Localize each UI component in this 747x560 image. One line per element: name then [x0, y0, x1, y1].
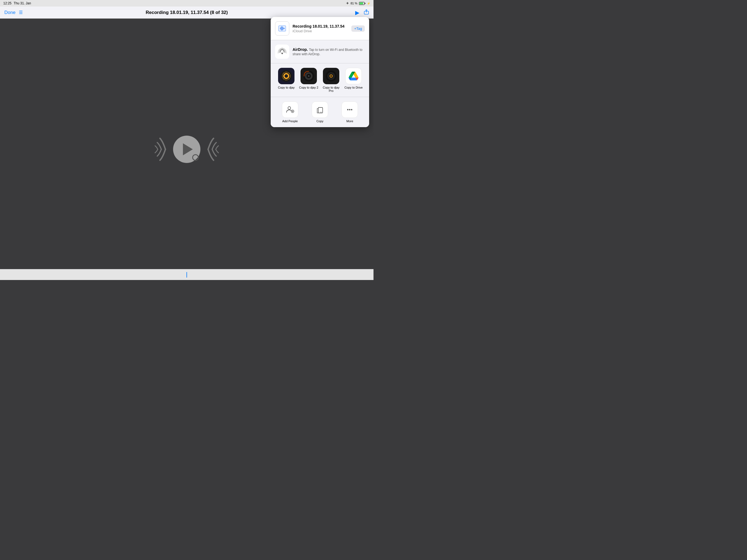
file-name: Recording 18.01.19, 11.37.54 [292, 24, 351, 28]
actions-row: Add People Copy More [271, 97, 369, 127]
svg-point-27 [349, 109, 351, 110]
add-people-label: Add People [282, 120, 298, 123]
svg-point-14 [308, 75, 310, 77]
status-time: 12:25 [3, 1, 11, 5]
copy-to-djay2-item[interactable]: Copy to djay 2 [298, 68, 319, 93]
djay-icon [278, 68, 294, 84]
battery-percent: 81 % [351, 2, 357, 5]
file-info-row: Recording 18.01.19, 11.37.54 iCloud Driv… [271, 17, 369, 40]
share-sheet: Recording 18.01.19, 11.37.54 iCloud Driv… [271, 17, 369, 127]
more-item[interactable]: More [339, 101, 361, 123]
djay-label: Copy to djay [278, 86, 294, 89]
share-button[interactable] [364, 9, 369, 16]
nav-left: Done ☰ [4, 10, 23, 15]
file-icon [275, 21, 289, 35]
right-waves-icon [203, 133, 225, 166]
status-bar: 12:25 Thu 31. Jan ✈ 81 % ⚡ [0, 0, 374, 6]
play-button[interactable]: ▶ [355, 9, 359, 16]
copy-to-djay-item[interactable]: Copy to djay [275, 68, 297, 93]
djay2-label: Copy to djay 2 [299, 86, 318, 89]
file-location: iCloud Drive [292, 29, 351, 33]
djaypro-icon [323, 68, 339, 84]
airdrop-label: AirDrop. [292, 47, 309, 52]
svg-point-21 [288, 107, 291, 109]
status-date: Thu 31. Jan [14, 1, 31, 5]
bottom-bar [0, 269, 374, 280]
gdrive-icon [345, 68, 362, 84]
svg-point-26 [347, 109, 349, 110]
copy-label: Copy [316, 120, 324, 123]
file-info-text: Recording 18.01.19, 11.37.54 iCloud Driv… [292, 24, 351, 33]
play-circle[interactable] [173, 136, 200, 163]
svg-rect-25 [318, 107, 323, 113]
djay-vinyl [280, 70, 292, 82]
status-right: ✈ 81 % ⚡ [346, 1, 370, 5]
nav-right: ▶ [355, 9, 369, 16]
djaypro-label: Copy to djay Pro [320, 86, 342, 93]
airdrop-text: AirDrop. Tap to turn on Wi-Fi and Blueto… [292, 47, 365, 56]
audio-waves [149, 133, 225, 166]
timeline-indicator [186, 272, 187, 278]
more-label: More [346, 120, 353, 123]
nav-title: Recording 18.01.19, 11.37.54 (8 of 32) [146, 10, 228, 15]
audio-playback-icon[interactable] [149, 133, 225, 166]
airdrop-title: AirDrop. Tap to turn on Wi-Fi and Blueto… [292, 47, 365, 56]
done-button[interactable]: Done [4, 10, 16, 15]
djay2-icon [301, 68, 317, 84]
add-people-item[interactable]: Add People [279, 101, 301, 123]
battery-icon [359, 2, 365, 5]
left-waves-icon [149, 133, 171, 166]
status-left: 12:25 Thu 31. Jan [3, 1, 31, 5]
apps-row: Copy to djay Copy to djay 2 [271, 63, 369, 97]
svg-point-20 [330, 75, 332, 77]
svg-point-28 [351, 109, 353, 110]
airdrop-row[interactable]: AirDrop. Tap to turn on Wi-Fi and Blueto… [271, 40, 369, 63]
airdrop-icon [275, 45, 289, 59]
copy-to-djaypro-item[interactable]: Copy to djay Pro [320, 68, 342, 93]
drive-label: Copy to Drive [344, 86, 363, 89]
airplane-icon: ✈ [346, 1, 349, 5]
charging-icon: ⚡ [367, 2, 370, 5]
copy-item[interactable]: Copy [309, 101, 331, 123]
play-triangle-icon [183, 143, 193, 155]
list-icon[interactable]: ☰ [19, 10, 23, 15]
add-people-icon [282, 101, 298, 118]
copy-icon [312, 101, 328, 118]
more-icon [341, 101, 358, 118]
tag-button[interactable]: +Tag [351, 25, 365, 32]
copy-to-drive-item[interactable]: Copy to Drive [343, 68, 364, 93]
